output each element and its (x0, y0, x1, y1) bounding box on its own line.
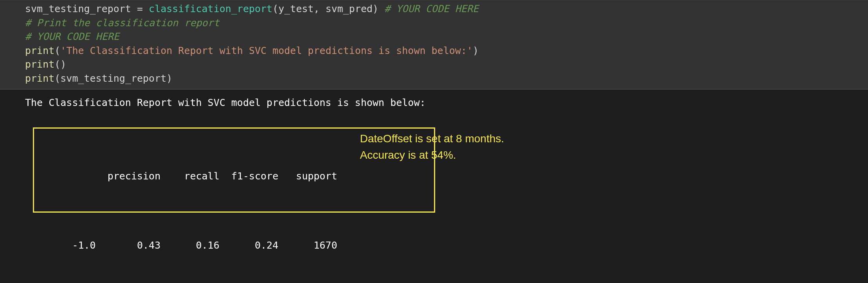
annotation-line-1: DateOffset is set at 8 months. (360, 131, 504, 147)
code-line-3: # Print the classification report (25, 16, 868, 30)
annotation-line-2: Accuracy is at 54%. (360, 147, 504, 163)
classification-report: precision recall f1-score support -1.0 0… (25, 127, 337, 283)
code-line-6: print() (25, 57, 868, 72)
report-header: precision recall f1-score support (25, 169, 337, 183)
output-cell: The Classification Report with SVC model… (0, 90, 868, 283)
annotation: DateOffset is set at 8 months. Accuracy … (360, 131, 504, 163)
code-line-7: print(svm_testing_report) (25, 72, 868, 86)
report-wrapper: precision recall f1-score support -1.0 0… (25, 127, 868, 283)
code-line-5: print('The Classification Report with SV… (25, 44, 868, 58)
output-blank (25, 110, 868, 124)
output-title: The Classification Report with SVC model… (25, 96, 868, 110)
code-line-1: svm_testing_report = classification_repo… (25, 2, 868, 16)
code-line-4: # YOUR CODE HERE (25, 30, 868, 44)
report-row-pos: 1.0 0.56 0.83 0.67 2142 (25, 280, 337, 283)
code-cell[interactable]: svm_testing_report = classification_repo… (0, 0, 868, 90)
report-row-neg: -1.0 0.43 0.16 0.24 1670 (25, 238, 337, 253)
